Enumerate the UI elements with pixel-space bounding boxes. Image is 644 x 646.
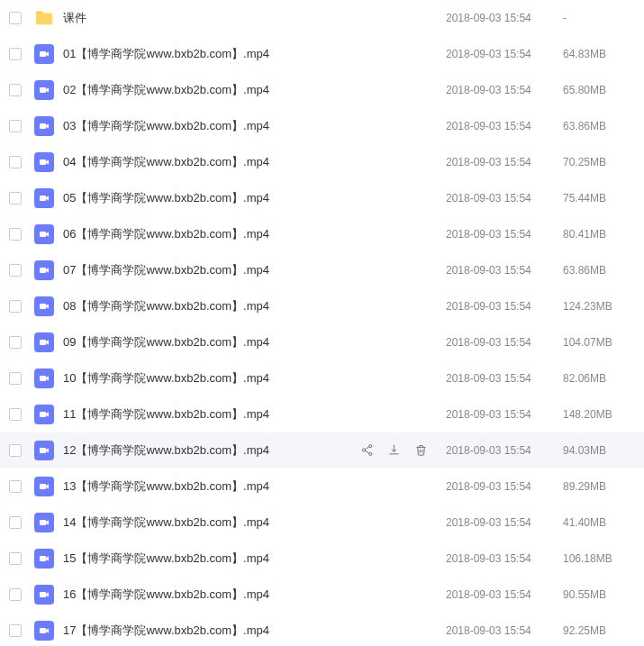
video-icon — [34, 332, 54, 352]
download-icon[interactable] — [386, 443, 401, 458]
file-size: 82.06MB — [563, 372, 635, 385]
checkbox[interactable] — [9, 228, 22, 241]
file-name[interactable]: 09【博学商学院www.bxb2b.com】.mp4 — [63, 334, 359, 350]
svg-rect-89 — [40, 556, 46, 561]
file-date: 2018-09-03 15:54 — [446, 120, 563, 132]
svg-rect-65 — [40, 412, 46, 417]
file-row[interactable]: 04【博学商学院www.bxb2b.com】.mp42018-09-03 15:… — [0, 144, 644, 180]
file-list: 课件2018-09-03 15:54-01【博学商学院www.bxb2b.com… — [0, 0, 644, 646]
file-row[interactable]: 02【博学商学院www.bxb2b.com】.mp42018-09-03 15:… — [0, 72, 644, 108]
svg-rect-101 — [40, 628, 46, 633]
file-date: 2018-09-03 15:54 — [446, 264, 563, 277]
file-name[interactable]: 课件 — [63, 10, 359, 26]
file-name[interactable]: 01【博学商学院www.bxb2b.com】.mp4 — [63, 46, 359, 62]
file-name[interactable]: 03【博学商学院www.bxb2b.com】.mp4 — [63, 118, 359, 134]
checkbox[interactable] — [9, 372, 22, 385]
file-row[interactable]: 05【博学商学院www.bxb2b.com】.mp42018-09-03 15:… — [0, 180, 644, 216]
file-name[interactable]: 06【博学商学院www.bxb2b.com】.mp4 — [63, 226, 359, 242]
checkbox[interactable] — [9, 588, 22, 601]
file-name[interactable]: 07【博学商学院www.bxb2b.com】.mp4 — [63, 262, 359, 278]
checkbox[interactable] — [9, 264, 22, 277]
file-name[interactable]: 13【博学商学院www.bxb2b.com】.mp4 — [63, 478, 359, 495]
file-date: 2018-09-03 15:54 — [446, 192, 563, 205]
file-row[interactable]: 课件2018-09-03 15:54- — [0, 0, 644, 36]
row-actions — [359, 443, 428, 458]
checkbox[interactable] — [9, 192, 22, 205]
file-row[interactable]: 14【博学商学院www.bxb2b.com】.mp42018-09-03 15:… — [0, 505, 644, 541]
file-name[interactable]: 16【博学商学院www.bxb2b.com】.mp4 — [63, 587, 359, 603]
file-name[interactable]: 12【博学商学院www.bxb2b.com】.mp4 — [63, 442, 359, 459]
file-name[interactable]: 17【博学商学院www.bxb2b.com】.mp4 — [63, 623, 359, 639]
file-date: 2018-09-03 15:54 — [446, 372, 563, 385]
file-row[interactable]: 13【博学商学院www.bxb2b.com】.mp42018-09-03 15:… — [0, 469, 644, 505]
file-date: 2018-09-03 15:54 — [446, 228, 563, 241]
file-date: 2018-09-03 15:54 — [446, 480, 563, 493]
file-date: 2018-09-03 15:54 — [446, 48, 563, 60]
file-row[interactable]: 12【博学商学院www.bxb2b.com】.mp42018-09-03 15:… — [0, 432, 644, 469]
checkbox[interactable] — [9, 480, 22, 493]
file-size: 64.83MB — [563, 48, 635, 60]
video-icon — [34, 513, 54, 532]
file-date: 2018-09-03 15:54 — [446, 444, 563, 457]
checkbox[interactable] — [9, 84, 22, 96]
file-row[interactable]: 06【博学商学院www.bxb2b.com】.mp42018-09-03 15:… — [0, 216, 644, 252]
file-name[interactable]: 10【博学商学院www.bxb2b.com】.mp4 — [63, 370, 359, 387]
delete-icon[interactable] — [413, 443, 428, 458]
checkbox[interactable] — [9, 624, 22, 637]
video-icon — [34, 441, 54, 460]
checkbox[interactable] — [9, 408, 22, 421]
file-size: 63.86MB — [563, 264, 635, 277]
file-size: 75.44MB — [563, 192, 635, 205]
file-name[interactable]: 11【博学商学院www.bxb2b.com】.mp4 — [63, 406, 359, 423]
file-date: 2018-09-03 15:54 — [446, 408, 563, 421]
file-row[interactable]: 17【博学商学院www.bxb2b.com】.mp42018-09-03 15:… — [0, 613, 644, 646]
svg-rect-29 — [40, 196, 46, 201]
video-icon — [34, 621, 54, 641]
file-size: 124.23MB — [563, 300, 635, 313]
svg-rect-47 — [40, 304, 46, 309]
file-name[interactable]: 08【博学商学院www.bxb2b.com】.mp4 — [63, 298, 359, 314]
file-row[interactable]: 08【博学商学院www.bxb2b.com】.mp42018-09-03 15:… — [0, 288, 644, 324]
file-size: 148.20MB — [563, 408, 635, 421]
file-date: 2018-09-03 15:54 — [446, 552, 563, 565]
video-icon — [34, 477, 54, 496]
video-icon — [34, 80, 54, 100]
file-row[interactable]: 11【博学商学院www.bxb2b.com】.mp42018-09-03 15:… — [0, 396, 644, 432]
svg-rect-83 — [40, 520, 46, 525]
file-row[interactable]: 10【博学商学院www.bxb2b.com】.mp42018-09-03 15:… — [0, 360, 644, 396]
video-icon — [34, 116, 54, 136]
file-name[interactable]: 15【博学商学院www.bxb2b.com】.mp4 — [63, 550, 359, 567]
file-name[interactable]: 04【博学商学院www.bxb2b.com】.mp4 — [63, 154, 359, 170]
file-row[interactable]: 15【博学商学院www.bxb2b.com】.mp42018-09-03 15:… — [0, 541, 644, 577]
share-icon[interactable] — [359, 443, 374, 458]
video-icon — [34, 224, 54, 244]
file-date: 2018-09-03 15:54 — [446, 588, 563, 601]
file-size: 41.40MB — [563, 516, 635, 529]
file-row[interactable]: 09【博学商学院www.bxb2b.com】.mp42018-09-03 15:… — [0, 324, 644, 360]
checkbox[interactable] — [9, 444, 22, 457]
file-date: 2018-09-03 15:54 — [446, 624, 563, 637]
checkbox[interactable] — [9, 300, 22, 313]
checkbox[interactable] — [9, 12, 22, 24]
checkbox[interactable] — [9, 552, 22, 565]
file-name[interactable]: 02【博学商学院www.bxb2b.com】.mp4 — [63, 82, 359, 98]
checkbox[interactable] — [9, 336, 22, 349]
file-name[interactable]: 14【博学商学院www.bxb2b.com】.mp4 — [63, 514, 359, 531]
video-icon — [34, 44, 54, 64]
checkbox[interactable] — [9, 120, 22, 132]
svg-rect-41 — [40, 268, 46, 273]
file-name[interactable]: 05【博学商学院www.bxb2b.com】.mp4 — [63, 190, 359, 206]
file-size: 106.18MB — [563, 552, 635, 565]
video-icon — [34, 152, 54, 172]
checkbox[interactable] — [9, 156, 22, 168]
video-icon — [34, 296, 54, 316]
file-row[interactable]: 03【博学商学院www.bxb2b.com】.mp42018-09-03 15:… — [0, 108, 644, 144]
checkbox[interactable] — [9, 516, 22, 529]
file-row[interactable]: 01【博学商学院www.bxb2b.com】.mp42018-09-03 15:… — [0, 36, 644, 72]
file-row[interactable]: 16【博学商学院www.bxb2b.com】.mp42018-09-03 15:… — [0, 577, 644, 613]
video-icon — [34, 368, 54, 388]
checkbox[interactable] — [9, 48, 22, 60]
video-icon — [34, 585, 54, 605]
svg-rect-59 — [40, 376, 46, 381]
file-row[interactable]: 07【博学商学院www.bxb2b.com】.mp42018-09-03 15:… — [0, 252, 644, 288]
